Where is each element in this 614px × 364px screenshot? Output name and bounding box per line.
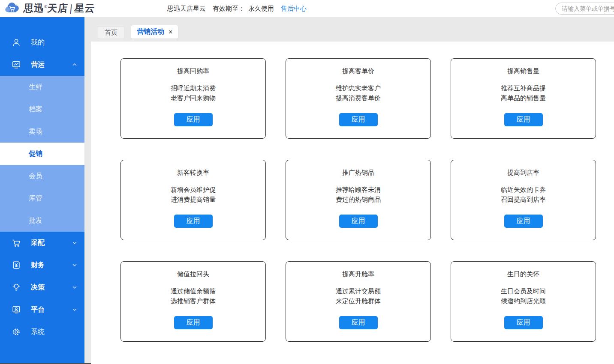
gear-icon — [12, 327, 21, 337]
apply-button[interactable]: 应用 — [174, 316, 213, 329]
sidebar-nav: 我的 营运 生鲜 档案 卖场 促销 会员 库 — [0, 17, 84, 364]
after-sales-link[interactable]: 售后中心 — [281, 5, 307, 13]
app-name-text: 思迅天店星云 — [167, 5, 206, 13]
sidebar-item-platform[interactable]: 平台 — [0, 298, 84, 321]
sidebar-item-label: 平台 — [31, 306, 45, 313]
sidebar-item-store[interactable]: 卖场 — [0, 120, 84, 143]
tab-home[interactable]: 首页 — [98, 26, 124, 39]
sidebar-item-decision[interactable]: 决策 — [0, 276, 84, 298]
card-title: 储值拉回头 — [121, 270, 265, 278]
cart-icon — [12, 238, 21, 248]
chevron-up-icon — [71, 61, 78, 68]
card-description: 招呼近期未消费 老客户回来购物 — [121, 83, 265, 103]
card-description: 维护忠实老客户 提高消费客单价 — [286, 83, 430, 103]
tab-marketing-activities[interactable]: 营销活动 × — [131, 25, 178, 39]
campaign-card-upgrade-rate: 提高升舱率 通过累计交易额 来定位升舱群体 应用 — [286, 261, 431, 342]
card-description: 临近失效的卡券 召回提高到店率 — [451, 185, 596, 204]
apply-button[interactable]: 应用 — [504, 113, 543, 126]
sidebar-content-divider — [84, 17, 91, 364]
card-title: 提高销售量 — [451, 67, 596, 75]
card-title: 推广热销品 — [286, 169, 430, 177]
chevron-down-icon — [71, 284, 78, 291]
campaign-card-repurchase: 提高回购率 招呼近期未消费 老客户回来购物 应用 — [120, 58, 266, 139]
close-icon[interactable]: × — [169, 29, 172, 36]
sidebar-item-label: 营运 — [31, 61, 45, 68]
campaign-card-stored-value: 储值拉回头 通过储值余额筛 选推销客户群体 应用 — [120, 261, 266, 342]
card-title: 提高到店率 — [451, 169, 596, 177]
id-card-icon — [12, 305, 21, 314]
sidebar-item-operations[interactable]: 营运 — [0, 54, 84, 76]
card-title: 提高升舱率 — [286, 270, 430, 278]
main-area: 首页 营销活动 × 提高回购率 招呼近期未消费 老客户回来购物 应用 提高客单价 — [91, 17, 614, 364]
card-title: 提高回购率 — [121, 67, 265, 75]
campaign-card-new-customer-conversion: 新客转换率 新增会员维护促 进消费提高销量 应用 — [120, 160, 266, 240]
apply-button[interactable]: 应用 — [504, 316, 543, 329]
validity-label: 有效期至： — [213, 5, 245, 13]
tab-label: 营销活动 — [137, 27, 164, 36]
sidebar-item-label: 批发 — [29, 217, 42, 224]
sidebar-item-inventory[interactable]: 库管 — [0, 187, 84, 209]
sidebar-item-archives[interactable]: 档案 — [0, 98, 84, 120]
sidebar-item-label: 财务 — [31, 261, 45, 269]
card-description: 通过储值余额筛 选推销客户群体 — [121, 286, 265, 306]
card-title: 提高客单价 — [286, 67, 430, 75]
sidebar-item-label: 库管 — [29, 194, 42, 202]
sidebar-item-label: 系统 — [31, 328, 45, 335]
card-description: 通过累计交易额 来定位升舱群体 — [286, 286, 430, 306]
chevron-down-icon — [71, 239, 78, 246]
sidebar-item-label: 促销 — [29, 150, 42, 157]
card-description: 生日会员及时问 候邀约到店光顾 — [451, 286, 596, 306]
brand-name: 思迅®天店|星云 — [23, 2, 96, 15]
sidebar-item-label: 我的 — [31, 39, 45, 46]
apply-button[interactable]: 应用 — [174, 215, 213, 228]
sidebar-item-promotion[interactable]: 促销 — [0, 143, 84, 165]
apply-button[interactable]: 应用 — [339, 316, 378, 329]
sidebar-item-finance[interactable]: 财务 — [0, 254, 84, 276]
marketing-activities-page: 提高回购率 招呼近期未消费 老客户回来购物 应用 提高客单价 维护忠实老客户 提… — [91, 42, 614, 364]
sidebar-item-wholesale[interactable]: 批发 — [0, 209, 84, 232]
campaign-card-birthday-care: 生日的关怀 生日会员及时问 候邀约到店光顾 应用 — [451, 261, 596, 342]
campaign-card-grid: 提高回购率 招呼近期未消费 老客户回来购物 应用 提高客单价 维护忠实老客户 提… — [91, 42, 614, 342]
card-title: 生日的关怀 — [451, 270, 596, 278]
sidebar-item-label: 卖场 — [29, 128, 42, 135]
chart-icon — [12, 60, 21, 69]
campaign-card-sales-volume: 提高销售量 推荐互补商品提 高单品的销售量 应用 — [451, 58, 596, 139]
sidebar-item-members[interactable]: 会员 — [0, 165, 84, 187]
card-description: 推荐给顾客未消 费过的热销商品 — [286, 185, 430, 204]
sidebar-item-system[interactable]: 系统 — [0, 321, 84, 343]
user-icon — [12, 38, 21, 47]
finance-icon — [12, 260, 21, 270]
sidebar-item-procurement[interactable]: 采配 — [0, 232, 84, 254]
brand-logo: 思迅®天店|星云 — [4, 2, 95, 15]
chevron-down-icon — [71, 262, 78, 269]
app-window: 思迅®天店|星云 思迅天店星云 有效期至： 永久使用 售后中心 我的 营运 — [0, 0, 614, 364]
sidebar-item-label: 采配 — [31, 239, 45, 246]
sidebar-item-mine[interactable]: 我的 — [0, 31, 84, 54]
sidebar-item-label: 档案 — [29, 105, 42, 113]
apply-button[interactable]: 应用 — [339, 215, 378, 228]
tab-label: 首页 — [105, 29, 117, 37]
campaign-card-store-visit-rate: 提高到店率 临近失效的卡券 召回提高到店率 应用 — [451, 160, 596, 240]
sidebar-item-label: 会员 — [29, 172, 42, 179]
search-input[interactable] — [555, 3, 614, 15]
campaign-card-hot-products: 推广热销品 推荐给顾客未消 费过的热销商品 应用 — [286, 160, 431, 240]
card-description: 推荐互补商品提 高单品的销售量 — [451, 83, 596, 103]
card-title: 新客转换率 — [121, 169, 265, 177]
tab-bar: 首页 营销活动 × — [91, 17, 614, 42]
license-info: 思迅天店星云 有效期至： 永久使用 售后中心 — [167, 0, 307, 17]
card-description: 新增会员维护促 进消费提高销量 — [121, 185, 265, 204]
sidebar-item-label: 决策 — [31, 283, 45, 291]
campaign-card-avg-ticket: 提高客单价 维护忠实老客户 提高消费客单价 应用 — [286, 58, 431, 139]
top-header: 思迅®天店|星云 思迅天店星云 有效期至： 永久使用 售后中心 — [0, 0, 614, 17]
sidebar-item-label: 生鲜 — [29, 83, 42, 90]
bulb-icon — [12, 283, 21, 292]
validity-value: 永久使用 — [248, 5, 274, 13]
apply-button[interactable]: 应用 — [504, 215, 543, 228]
apply-button[interactable]: 应用 — [339, 113, 378, 126]
cloud-cart-logo-icon — [4, 2, 21, 15]
apply-button[interactable]: 应用 — [174, 113, 213, 126]
chevron-down-icon — [71, 306, 78, 313]
sidebar-item-fresh[interactable]: 生鲜 — [0, 76, 84, 98]
